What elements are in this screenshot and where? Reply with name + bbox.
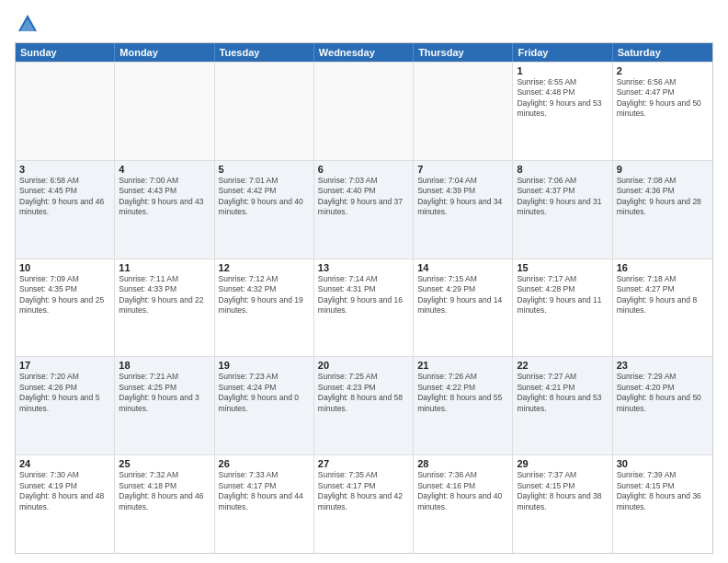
day-info: Sunrise: 7:39 AMSunset: 4:15 PMDaylight:…	[617, 470, 709, 512]
day-info: Sunrise: 7:00 AMSunset: 4:43 PMDaylight:…	[119, 176, 210, 218]
calendar-row-0: 1Sunrise: 6:55 AMSunset: 4:48 PMDaylight…	[16, 62, 712, 160]
day-number: 30	[617, 458, 709, 469]
day-number: 22	[517, 360, 608, 371]
day-number: 25	[119, 458, 210, 469]
calendar-row-3: 17Sunrise: 7:20 AMSunset: 4:26 PMDayligh…	[16, 356, 712, 454]
day-number: 17	[19, 360, 110, 371]
header-day-tuesday: Tuesday	[215, 43, 314, 62]
day-cell-15: 15Sunrise: 7:17 AMSunset: 4:28 PMDayligh…	[513, 259, 612, 357]
day-cell-23: 23Sunrise: 7:29 AMSunset: 4:20 PMDayligh…	[613, 357, 712, 454]
day-number: 8	[517, 164, 608, 175]
day-info: Sunrise: 7:11 AMSunset: 4:33 PMDaylight:…	[119, 274, 210, 316]
day-number: 6	[318, 164, 409, 175]
calendar-row-2: 10Sunrise: 7:09 AMSunset: 4:35 PMDayligh…	[16, 259, 712, 357]
day-info: Sunrise: 7:17 AMSunset: 4:28 PMDaylight:…	[517, 274, 608, 316]
day-cell-28: 28Sunrise: 7:36 AMSunset: 4:16 PMDayligh…	[414, 455, 513, 553]
day-number: 21	[417, 360, 508, 371]
logo-icon	[15, 11, 40, 37]
day-number: 12	[219, 262, 310, 273]
day-number: 2	[617, 65, 709, 76]
day-number: 7	[417, 164, 508, 175]
day-info: Sunrise: 7:35 AMSunset: 4:17 PMDaylight:…	[318, 470, 409, 512]
header-day-monday: Monday	[115, 43, 214, 62]
day-cell-3: 3Sunrise: 6:58 AMSunset: 4:45 PMDaylight…	[16, 161, 115, 259]
day-cell-19: 19Sunrise: 7:23 AMSunset: 4:24 PMDayligh…	[215, 357, 314, 454]
empty-cell	[215, 63, 314, 160]
day-cell-29: 29Sunrise: 7:37 AMSunset: 4:15 PMDayligh…	[513, 455, 612, 553]
day-info: Sunrise: 7:12 AMSunset: 4:32 PMDaylight:…	[219, 274, 310, 316]
day-cell-16: 16Sunrise: 7:18 AMSunset: 4:27 PMDayligh…	[613, 259, 712, 357]
day-number: 27	[318, 458, 409, 469]
day-number: 29	[517, 458, 608, 469]
day-info: Sunrise: 7:18 AMSunset: 4:27 PMDaylight:…	[617, 274, 709, 316]
day-info: Sunrise: 7:33 AMSunset: 4:17 PMDaylight:…	[219, 470, 310, 512]
empty-cell	[314, 63, 414, 160]
calendar-header: SundayMondayTuesdayWednesdayThursdayFrid…	[16, 43, 712, 62]
day-info: Sunrise: 6:56 AMSunset: 4:47 PMDaylight:…	[617, 77, 709, 120]
day-info: Sunrise: 7:09 AMSunset: 4:35 PMDaylight:…	[19, 274, 110, 316]
day-cell-27: 27Sunrise: 7:35 AMSunset: 4:17 PMDayligh…	[314, 455, 414, 553]
calendar-row-4: 24Sunrise: 7:30 AMSunset: 4:19 PMDayligh…	[16, 454, 712, 553]
header-day-friday: Friday	[513, 43, 612, 62]
day-number: 15	[517, 262, 608, 273]
day-info: Sunrise: 7:36 AMSunset: 4:16 PMDaylight:…	[417, 470, 508, 512]
day-number: 23	[617, 360, 709, 371]
day-info: Sunrise: 7:14 AMSunset: 4:31 PMDaylight:…	[318, 274, 409, 316]
header	[15, 11, 713, 37]
day-cell-22: 22Sunrise: 7:27 AMSunset: 4:21 PMDayligh…	[513, 357, 612, 454]
calendar-body: 1Sunrise: 6:55 AMSunset: 4:48 PMDaylight…	[16, 62, 712, 553]
day-number: 1	[517, 65, 608, 76]
day-info: Sunrise: 7:26 AMSunset: 4:22 PMDaylight:…	[417, 372, 508, 414]
header-day-thursday: Thursday	[414, 43, 513, 62]
day-cell-2: 2Sunrise: 6:56 AMSunset: 4:47 PMDaylight…	[613, 63, 712, 160]
day-info: Sunrise: 7:21 AMSunset: 4:25 PMDaylight:…	[119, 372, 210, 414]
page: SundayMondayTuesdayWednesdayThursdayFrid…	[0, 0, 728, 563]
day-cell-4: 4Sunrise: 7:00 AMSunset: 4:43 PMDaylight…	[115, 161, 214, 259]
day-info: Sunrise: 7:01 AMSunset: 4:42 PMDaylight:…	[219, 176, 310, 218]
header-day-wednesday: Wednesday	[314, 43, 414, 62]
day-number: 16	[617, 262, 709, 273]
empty-cell	[414, 63, 513, 160]
day-info: Sunrise: 7:20 AMSunset: 4:26 PMDaylight:…	[19, 372, 110, 414]
header-day-sunday: Sunday	[16, 43, 115, 62]
day-cell-12: 12Sunrise: 7:12 AMSunset: 4:32 PMDayligh…	[215, 259, 314, 357]
day-cell-17: 17Sunrise: 7:20 AMSunset: 4:26 PMDayligh…	[16, 357, 115, 454]
day-cell-8: 8Sunrise: 7:06 AMSunset: 4:37 PMDaylight…	[513, 161, 612, 259]
day-cell-1: 1Sunrise: 6:55 AMSunset: 4:48 PMDaylight…	[513, 63, 612, 160]
logo	[15, 11, 44, 37]
day-number: 4	[119, 164, 210, 175]
day-cell-5: 5Sunrise: 7:01 AMSunset: 4:42 PMDaylight…	[215, 161, 314, 259]
day-cell-21: 21Sunrise: 7:26 AMSunset: 4:22 PMDayligh…	[414, 357, 513, 454]
day-info: Sunrise: 7:30 AMSunset: 4:19 PMDaylight:…	[19, 470, 110, 512]
day-number: 9	[617, 164, 709, 175]
day-info: Sunrise: 7:15 AMSunset: 4:29 PMDaylight:…	[417, 274, 508, 316]
day-number: 26	[219, 458, 310, 469]
day-cell-10: 10Sunrise: 7:09 AMSunset: 4:35 PMDayligh…	[16, 259, 115, 357]
day-cell-18: 18Sunrise: 7:21 AMSunset: 4:25 PMDayligh…	[115, 357, 214, 454]
day-number: 19	[219, 360, 310, 371]
calendar-row-1: 3Sunrise: 6:58 AMSunset: 4:45 PMDaylight…	[16, 160, 712, 259]
day-info: Sunrise: 7:04 AMSunset: 4:39 PMDaylight:…	[417, 176, 508, 218]
day-cell-14: 14Sunrise: 7:15 AMSunset: 4:29 PMDayligh…	[414, 259, 513, 357]
calendar: SundayMondayTuesdayWednesdayThursdayFrid…	[15, 42, 713, 554]
day-cell-26: 26Sunrise: 7:33 AMSunset: 4:17 PMDayligh…	[215, 455, 314, 553]
day-cell-13: 13Sunrise: 7:14 AMSunset: 4:31 PMDayligh…	[314, 259, 414, 357]
day-cell-25: 25Sunrise: 7:32 AMSunset: 4:18 PMDayligh…	[115, 455, 214, 553]
day-cell-30: 30Sunrise: 7:39 AMSunset: 4:15 PMDayligh…	[613, 455, 712, 553]
empty-cell	[16, 63, 115, 160]
day-cell-24: 24Sunrise: 7:30 AMSunset: 4:19 PMDayligh…	[16, 455, 115, 553]
day-number: 11	[119, 262, 210, 273]
day-info: Sunrise: 7:08 AMSunset: 4:36 PMDaylight:…	[617, 176, 709, 218]
day-info: Sunrise: 6:58 AMSunset: 4:45 PMDaylight:…	[19, 176, 110, 218]
day-number: 28	[417, 458, 508, 469]
day-number: 14	[417, 262, 508, 273]
day-info: Sunrise: 7:27 AMSunset: 4:21 PMDaylight:…	[517, 372, 608, 414]
day-info: Sunrise: 7:23 AMSunset: 4:24 PMDaylight:…	[219, 372, 310, 414]
day-info: Sunrise: 7:03 AMSunset: 4:40 PMDaylight:…	[318, 176, 409, 218]
day-cell-9: 9Sunrise: 7:08 AMSunset: 4:36 PMDaylight…	[613, 161, 712, 259]
day-cell-11: 11Sunrise: 7:11 AMSunset: 4:33 PMDayligh…	[115, 259, 214, 357]
day-number: 3	[19, 164, 110, 175]
day-number: 20	[318, 360, 409, 371]
day-info: Sunrise: 7:37 AMSunset: 4:15 PMDaylight:…	[517, 470, 608, 512]
day-info: Sunrise: 7:29 AMSunset: 4:20 PMDaylight:…	[617, 372, 709, 414]
